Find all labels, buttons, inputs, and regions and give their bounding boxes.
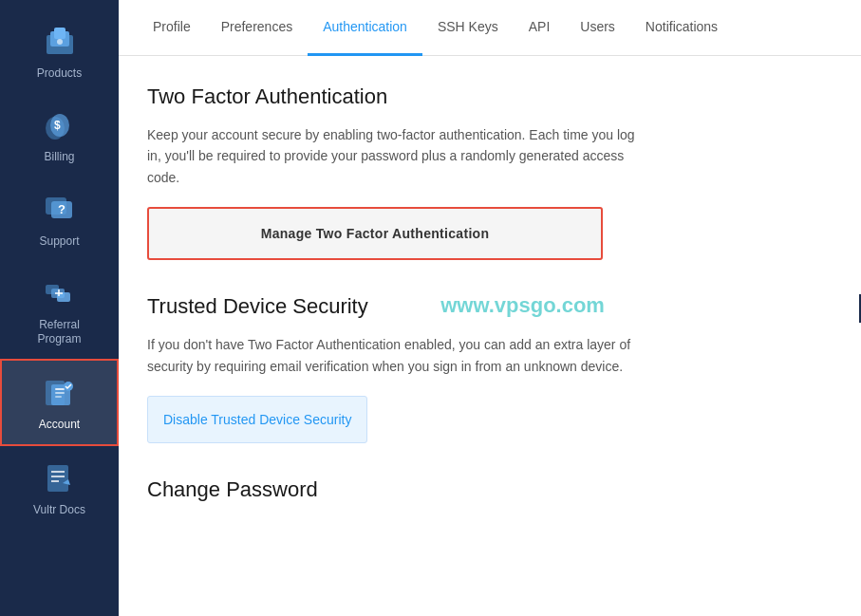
- main-content: Profile Preferences Authentication SSH K…: [119, 0, 861, 616]
- tab-users[interactable]: Users: [565, 0, 630, 56]
- manage-2fa-button[interactable]: Manage Two Factor Authentication: [147, 207, 603, 260]
- two-factor-description: Keep your account secure by enabling two…: [147, 124, 641, 188]
- change-password-section: Change Password: [147, 477, 833, 502]
- trusted-device-description: If you don't have Two Factor Authenticat…: [147, 334, 641, 377]
- svg-rect-18: [55, 392, 65, 394]
- sidebar-item-account[interactable]: Account: [0, 359, 119, 446]
- svg-rect-17: [55, 388, 65, 390]
- sidebar-item-vultr-docs[interactable]: Vultr Docs: [0, 446, 119, 530]
- sidebar-item-products-label: Products: [37, 66, 82, 80]
- trusted-device-section: Trusted Device Security If you don't hav…: [147, 294, 833, 443]
- sidebar: Products $ Billing ? Support: [0, 0, 119, 616]
- sidebar-item-products[interactable]: Products: [0, 9, 119, 93]
- disable-trusted-device-button[interactable]: Disable Trusted Device Security: [147, 396, 367, 443]
- svg-rect-19: [55, 396, 62, 398]
- sidebar-item-support-label: Support: [39, 234, 79, 248]
- sidebar-item-vultr-docs-label: Vultr Docs: [33, 503, 85, 516]
- sidebar-item-billing-label: Billing: [44, 150, 74, 163]
- tab-notifications[interactable]: Notifications: [630, 0, 733, 56]
- billing-icon: $: [41, 106, 79, 144]
- tab-preferences[interactable]: Preferences: [206, 0, 308, 56]
- two-factor-section: Two Factor Authentication Keep your acco…: [147, 84, 833, 260]
- svg-point-3: [57, 39, 63, 45]
- change-password-title: Change Password: [147, 477, 833, 502]
- sidebar-item-referral-label: ReferralProgram: [37, 318, 81, 345]
- svg-text:?: ?: [58, 202, 66, 216]
- tabs-bar: Profile Preferences Authentication SSH K…: [119, 0, 861, 56]
- tab-ssh-keys[interactable]: SSH Keys: [422, 0, 514, 56]
- tab-authentication[interactable]: Authentication: [308, 0, 422, 56]
- support-icon: ?: [41, 191, 79, 229]
- svg-text:$: $: [54, 119, 61, 132]
- vultr-docs-icon: [41, 459, 79, 497]
- sidebar-item-billing[interactable]: $ Billing: [0, 93, 119, 177]
- sidebar-item-support[interactable]: ? Support: [0, 177, 119, 261]
- account-icon: [41, 374, 79, 412]
- svg-rect-21: [47, 465, 68, 492]
- page-content: Two Factor Authentication Keep your acco…: [119, 56, 861, 616]
- sidebar-item-referral[interactable]: ReferralProgram: [0, 261, 119, 359]
- sidebar-item-account-label: Account: [39, 418, 80, 431]
- products-icon: [41, 23, 79, 61]
- tab-api[interactable]: API: [514, 0, 566, 56]
- referral-icon: [41, 274, 79, 312]
- svg-rect-2: [54, 28, 66, 39]
- trusted-device-title: Trusted Device Security: [147, 294, 833, 319]
- tab-profile[interactable]: Profile: [138, 0, 206, 56]
- two-factor-title: Two Factor Authentication: [147, 84, 833, 109]
